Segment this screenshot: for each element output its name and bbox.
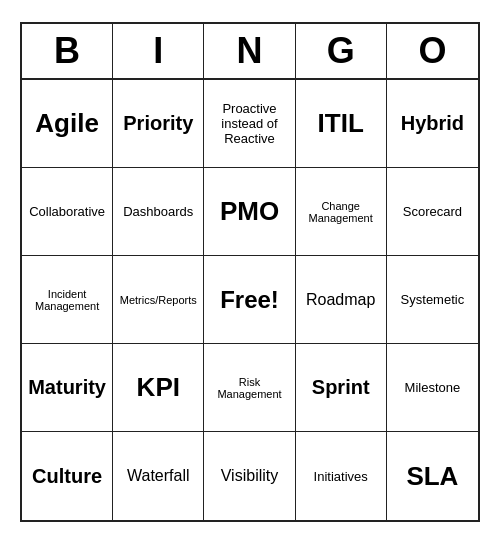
bingo-card: BINGO AgilePriorityProactive instead of … xyxy=(20,22,480,522)
bingo-cell-23: Initiatives xyxy=(296,432,387,520)
bingo-cell-4: Hybrid xyxy=(387,80,478,168)
cell-text-1: Priority xyxy=(123,112,193,135)
bingo-cell-1: Priority xyxy=(113,80,204,168)
cell-text-18: Sprint xyxy=(312,376,370,399)
header-letter-G: G xyxy=(296,24,387,78)
bingo-cell-20: Culture xyxy=(22,432,113,520)
cell-text-19: Milestone xyxy=(405,380,461,395)
bingo-cell-5: Collaborative xyxy=(22,168,113,256)
cell-text-14: Systemetic xyxy=(401,292,465,307)
bingo-cell-9: Scorecard xyxy=(387,168,478,256)
bingo-cell-6: Dashboards xyxy=(113,168,204,256)
cell-text-2: Proactive instead of Reactive xyxy=(208,101,290,146)
header-letter-I: I xyxy=(113,24,204,78)
bingo-cell-19: Milestone xyxy=(387,344,478,432)
bingo-cell-2: Proactive instead of Reactive xyxy=(204,80,295,168)
cell-text-20: Culture xyxy=(32,465,102,488)
cell-text-8: Change Management xyxy=(300,200,382,224)
bingo-cell-18: Sprint xyxy=(296,344,387,432)
cell-text-10: Incident Management xyxy=(26,288,108,312)
cell-text-13: Roadmap xyxy=(306,291,375,309)
bingo-cell-13: Roadmap xyxy=(296,256,387,344)
cell-text-15: Maturity xyxy=(28,376,106,399)
cell-text-17: Risk Management xyxy=(208,376,290,400)
bingo-cell-0: Agile xyxy=(22,80,113,168)
bingo-cell-24: SLA xyxy=(387,432,478,520)
cell-text-9: Scorecard xyxy=(403,204,462,219)
cell-text-6: Dashboards xyxy=(123,204,193,219)
bingo-cell-7: PMO xyxy=(204,168,295,256)
bingo-cell-17: Risk Management xyxy=(204,344,295,432)
cell-text-22: Visibility xyxy=(221,467,279,485)
bingo-cell-12: Free! xyxy=(204,256,295,344)
bingo-grid: AgilePriorityProactive instead of Reacti… xyxy=(22,80,478,520)
header-letter-O: O xyxy=(387,24,478,78)
header-letter-N: N xyxy=(204,24,295,78)
bingo-header: BINGO xyxy=(22,24,478,80)
cell-text-5: Collaborative xyxy=(29,204,105,219)
cell-text-16: KPI xyxy=(137,372,180,403)
cell-text-0: Agile xyxy=(35,108,99,139)
cell-text-21: Waterfall xyxy=(127,467,190,485)
bingo-cell-14: Systemetic xyxy=(387,256,478,344)
cell-text-4: Hybrid xyxy=(401,112,464,135)
cell-text-11: Metrics/Reports xyxy=(120,294,197,306)
bingo-cell-15: Maturity xyxy=(22,344,113,432)
cell-text-24: SLA xyxy=(406,461,458,492)
bingo-cell-11: Metrics/Reports xyxy=(113,256,204,344)
bingo-cell-3: ITIL xyxy=(296,80,387,168)
bingo-cell-22: Visibility xyxy=(204,432,295,520)
cell-text-23: Initiatives xyxy=(314,469,368,484)
cell-text-3: ITIL xyxy=(318,108,364,139)
bingo-cell-10: Incident Management xyxy=(22,256,113,344)
bingo-cell-8: Change Management xyxy=(296,168,387,256)
cell-text-12: Free! xyxy=(220,286,279,314)
cell-text-7: PMO xyxy=(220,196,279,227)
bingo-cell-16: KPI xyxy=(113,344,204,432)
bingo-cell-21: Waterfall xyxy=(113,432,204,520)
header-letter-B: B xyxy=(22,24,113,78)
